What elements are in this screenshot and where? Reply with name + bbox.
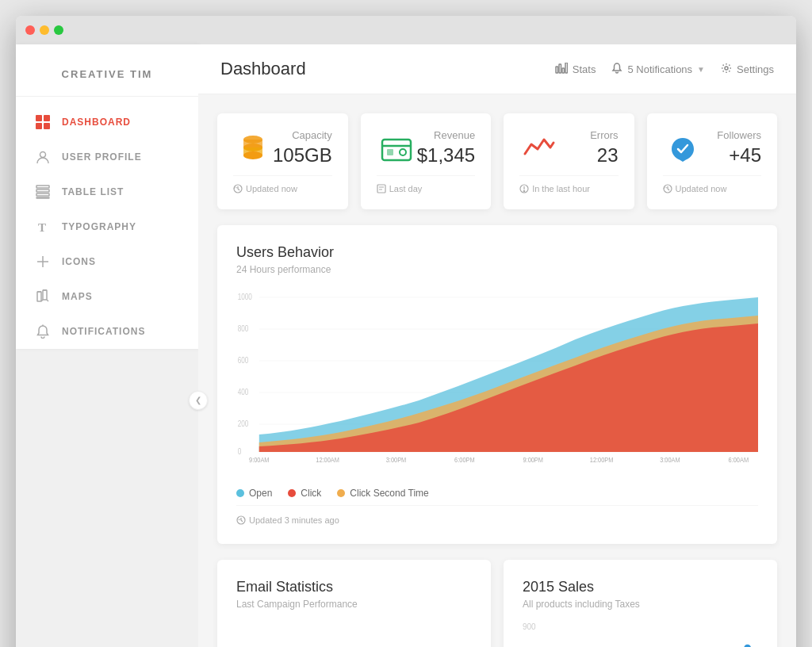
errors-icon: [519, 129, 559, 169]
chevron-down-icon: ▼: [697, 65, 705, 74]
svg-rect-12: [37, 292, 41, 301]
sidebar-item-table-list[interactable]: TABLE LIST: [16, 174, 198, 209]
svg-text:0: 0: [238, 447, 242, 456]
browser-bar: [16, 16, 796, 44]
notifications-button[interactable]: 5 Notifications ▼: [611, 63, 705, 76]
content-area: Capacity 105GB Updated now: [198, 94, 796, 647]
main-header: Dashboard Stats: [198, 44, 796, 94]
minimize-dot[interactable]: [40, 25, 49, 35]
svg-point-33: [400, 149, 406, 155]
svg-text:12:00PM: 12:00PM: [590, 456, 614, 462]
svg-rect-21: [562, 68, 565, 73]
svg-rect-32: [387, 149, 393, 155]
close-dot[interactable]: [25, 25, 35, 35]
sidebar-label-dashboard: DASHBOARD: [62, 117, 131, 128]
sidebar-wrapper: CREATIVE TIM DASHBOARD: [16, 44, 198, 647]
icons-icon: [35, 254, 51, 270]
typography-icon: T: [35, 219, 51, 235]
sidebar-item-typography[interactable]: T TYPOGRAPHY: [16, 209, 198, 244]
header-actions: Stats 5 Notifications ▼: [555, 63, 774, 76]
users-behavior-subtitle: 24 Hours performance: [236, 264, 758, 275]
svg-text:T: T: [38, 221, 47, 234]
legend-click-second: Click Second Time: [337, 488, 428, 499]
svg-point-23: [725, 67, 728, 70]
legend-click-label: Click: [301, 488, 321, 499]
sales-2015-card: 2015 Sales All products including Taxes …: [504, 560, 777, 647]
users-behavior-footer: Updated 3 minutes ago: [236, 505, 758, 525]
svg-text:600: 600: [238, 356, 249, 365]
sidebar-label-table-list: TABLE LIST: [62, 186, 124, 197]
revenue-info: Revenue $1,345: [417, 129, 475, 167]
svg-text:9:00AM: 9:00AM: [249, 456, 270, 462]
capacity-footer: Updated now: [233, 175, 332, 193]
email-statistics-subtitle: Last Campaign Performance: [236, 599, 472, 610]
browser-window: CREATIVE TIM DASHBOARD: [16, 16, 796, 647]
svg-text:6:00AM: 6:00AM: [729, 456, 749, 462]
sidebar-item-dashboard[interactable]: DASHBOARD: [16, 105, 198, 140]
sidebar-item-notifications[interactable]: NOTIFICATIONS: [16, 314, 198, 349]
followers-label: Followers: [717, 129, 761, 141]
legend-open: Open: [236, 488, 272, 499]
errors-label: Errors: [590, 129, 618, 141]
sales-chart: 900 800: [523, 622, 758, 647]
svg-rect-3: [44, 123, 50, 129]
email-statistics-title: Email Statistics: [236, 579, 472, 595]
legend-click-second-dot: [337, 489, 345, 497]
stats-button[interactable]: Stats: [555, 63, 596, 76]
svg-text:6:00PM: 6:00PM: [454, 456, 475, 462]
sales-y-900: 900: [523, 622, 536, 631]
revenue-footer-text: Last day: [389, 184, 423, 193]
maps-icon: [35, 289, 51, 304]
settings-label: Settings: [737, 63, 774, 75]
capacity-footer-text: Updated now: [246, 184, 297, 193]
legend-click-second-label: Click Second Time: [350, 488, 428, 499]
sidebar-item-icons[interactable]: ICONS: [16, 244, 198, 279]
sidebar-item-maps[interactable]: MAPS: [16, 279, 198, 314]
user-icon: [35, 149, 51, 165]
sidebar-item-user-profile[interactable]: USER PROFILE: [16, 140, 198, 174]
svg-rect-22: [565, 63, 568, 73]
bell-icon: [35, 324, 51, 339]
svg-rect-6: [36, 190, 49, 192]
svg-text:9:00PM: 9:00PM: [523, 456, 543, 462]
svg-text:200: 200: [238, 419, 249, 428]
revenue-value: $1,345: [417, 144, 475, 167]
sidebar-label-icons: ICONS: [62, 256, 96, 267]
legend-open-dot: [236, 489, 244, 497]
followers-footer-text: Updated now: [676, 184, 727, 193]
bottom-cards: Email Statistics Last Campaign Performan…: [217, 560, 777, 647]
capacity-icon: [233, 129, 273, 169]
capacity-info: Capacity 105GB: [273, 129, 332, 167]
chart-footer-text: Updated 3 minutes ago: [249, 515, 339, 525]
users-behavior-chart: 1000 800 600 400 200 0: [236, 288, 758, 462]
stat-card-errors: Errors 23 In the last hour: [504, 113, 634, 209]
svg-text:400: 400: [238, 388, 249, 396]
followers-footer: Updated now: [663, 175, 761, 193]
svg-point-39: [523, 190, 524, 191]
svg-text:12:00AM: 12:00AM: [316, 456, 339, 462]
revenue-label: Revenue: [417, 129, 475, 141]
errors-value: 23: [590, 144, 618, 167]
sidebar-brand: CREATIVE TIM: [16, 60, 198, 97]
users-behavior-card: Users Behavior 24 Hours performance 1000…: [217, 225, 777, 544]
main-content: Dashboard Stats: [198, 44, 796, 647]
settings-button[interactable]: Settings: [721, 63, 774, 76]
revenue-icon: [377, 129, 416, 169]
svg-rect-20: [559, 64, 561, 73]
dashboard-icon: [35, 114, 51, 130]
svg-rect-19: [556, 67, 558, 73]
stat-cards: Capacity 105GB Updated now: [217, 113, 777, 209]
maximize-dot[interactable]: [54, 25, 63, 35]
sidebar-collapse-button[interactable]: ❮: [189, 391, 208, 410]
users-behavior-title: Users Behavior: [236, 244, 758, 261]
capacity-label: Capacity: [273, 129, 332, 141]
svg-point-4: [40, 152, 46, 158]
donut-chart: [236, 622, 472, 647]
svg-rect-7: [36, 193, 49, 196]
stat-card-revenue: Revenue $1,345 Last day: [361, 113, 491, 209]
sidebar-label-typography: TYPOGRAPHY: [62, 221, 136, 232]
svg-rect-0: [36, 115, 42, 121]
legend-click: Click: [288, 488, 321, 499]
page-title: Dashboard: [220, 59, 306, 79]
notifications-label: 5 Notifications: [627, 63, 692, 75]
